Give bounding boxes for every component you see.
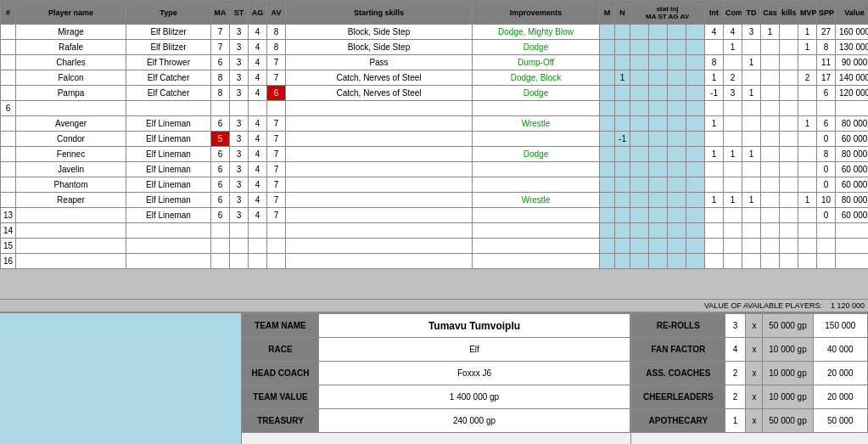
- rerolls-x: x: [746, 314, 763, 338]
- table-cell: [817, 239, 836, 254]
- table-cell: 80 000: [836, 116, 868, 132]
- table-cell: 7: [267, 177, 286, 193]
- table-cell: [211, 223, 230, 239]
- value-available: 1 120 000: [831, 301, 865, 310]
- table-cell: [286, 132, 473, 147]
- table-cell: 4: [249, 70, 267, 86]
- table-cell: [649, 70, 668, 86]
- table-cell: [798, 132, 817, 147]
- team-value-row: TEAM VALUE 1 400 000 gp: [243, 385, 630, 409]
- table-cell: [761, 223, 780, 239]
- ass-coaches-cost: 10 000 gp: [763, 362, 813, 385]
- table-cell: [630, 55, 649, 70]
- table-cell: 6: [267, 86, 286, 101]
- table-cell: [267, 223, 286, 239]
- table-cell: 3: [230, 55, 249, 70]
- apothecary-cost: 50 000 gp: [763, 409, 813, 433]
- fan-factor-row: FAN FACTOR 4 x 10 000 gp 40 000: [632, 338, 868, 362]
- table-cell: 6: [1, 101, 16, 116]
- table-cell: 7: [267, 208, 286, 223]
- table-cell: [249, 101, 267, 116]
- table-cell: [686, 86, 705, 101]
- table-cell: 5: [211, 132, 230, 147]
- table-cell: 3: [230, 162, 249, 177]
- col-av-header: AV: [267, 1, 286, 25]
- table-cell: [780, 70, 798, 86]
- apothecary-num: 1: [725, 409, 746, 433]
- table-cell: [615, 254, 630, 269]
- table-cell: [16, 223, 126, 239]
- table-cell: 6: [211, 55, 230, 70]
- table-cell: 2: [724, 70, 742, 86]
- table-cell: [126, 239, 211, 254]
- table-cell: 6: [211, 147, 230, 162]
- table-cell: 15: [1, 239, 16, 254]
- table-cell: 120 000: [836, 86, 868, 101]
- table-cell: [686, 162, 705, 177]
- table-cell: [780, 86, 798, 101]
- table-cell: Javelin: [16, 162, 126, 177]
- table-cell: 8: [705, 55, 724, 70]
- table-cell: 3: [230, 193, 249, 208]
- table-row: 8CondorElf Lineman5347-1060 000: [1, 132, 869, 147]
- table-cell: [211, 101, 230, 116]
- col-starting-header: Starting skills: [286, 1, 473, 25]
- table-cell: [600, 86, 615, 101]
- bottom-right: RE-ROLLS 3 x 50 000 gp 150 000 FAN FACTO…: [630, 313, 868, 444]
- table-cell: Dodge: [473, 86, 600, 101]
- table-cell: [668, 223, 686, 239]
- table-cell: [798, 86, 817, 101]
- table-cell: [473, 162, 600, 177]
- table-cell: 6: [211, 208, 230, 223]
- table-cell: [600, 239, 615, 254]
- table-cell: [211, 254, 230, 269]
- table-cell: [686, 223, 705, 239]
- col-cas-header: Cas: [761, 1, 780, 25]
- table-cell: 3: [230, 147, 249, 162]
- table-row: 13Elf Lineman6347060 000: [1, 208, 869, 223]
- table-cell: [615, 86, 630, 101]
- main-container: # Player name Type MA ST AG AV Starting …: [0, 0, 868, 444]
- table-row: 4FalconElf Catcher8347Catch, Nerves of S…: [1, 70, 869, 86]
- table-cell: [761, 239, 780, 254]
- table-cell: [600, 147, 615, 162]
- table-cell: [600, 40, 615, 55]
- table-cell: 1: [705, 70, 724, 86]
- table-cell: [705, 254, 724, 269]
- apothecary-label: APOTHECARY: [632, 409, 725, 433]
- ass-coaches-num: 2: [725, 362, 746, 385]
- table-cell: Elf Lineman: [126, 132, 211, 147]
- fan-factor-total: 40 000: [813, 338, 867, 362]
- table-cell: Elf Blitzer: [126, 40, 211, 55]
- table-cell: 27: [817, 25, 836, 40]
- table-cell: [615, 223, 630, 239]
- table-cell: [630, 132, 649, 147]
- table-cell: 7: [267, 70, 286, 86]
- table-cell: [761, 116, 780, 132]
- table-cell: [705, 132, 724, 147]
- table-cell: [286, 162, 473, 177]
- table-cell: [615, 101, 630, 116]
- table-cell: [836, 101, 868, 116]
- table-cell: [705, 162, 724, 177]
- table-cell: [649, 116, 668, 132]
- table-row: 15: [1, 239, 869, 254]
- table-cell: 4: [249, 132, 267, 147]
- table-cell: [630, 239, 649, 254]
- apothecary-x: x: [746, 409, 763, 433]
- table-cell: [615, 25, 630, 40]
- table-cell: [668, 193, 686, 208]
- table-cell: [742, 223, 761, 239]
- table-row: 7AvengerElf Lineman6347Wrestle11680 000: [1, 116, 869, 132]
- table-cell: 60 000: [836, 177, 868, 193]
- col-td-header: TD: [742, 1, 761, 25]
- cheerleaders-total: 20 000: [813, 385, 867, 409]
- table-cell: 4: [249, 116, 267, 132]
- table-cell: Dodge: [473, 40, 600, 55]
- apothecary-total: 50 000: [813, 409, 867, 433]
- race-value: Elf: [319, 338, 630, 362]
- table-cell: 6: [817, 116, 836, 132]
- table-cell: [286, 223, 473, 239]
- table-cell: Elf Thrower: [126, 55, 211, 70]
- table-cell: 3: [230, 25, 249, 40]
